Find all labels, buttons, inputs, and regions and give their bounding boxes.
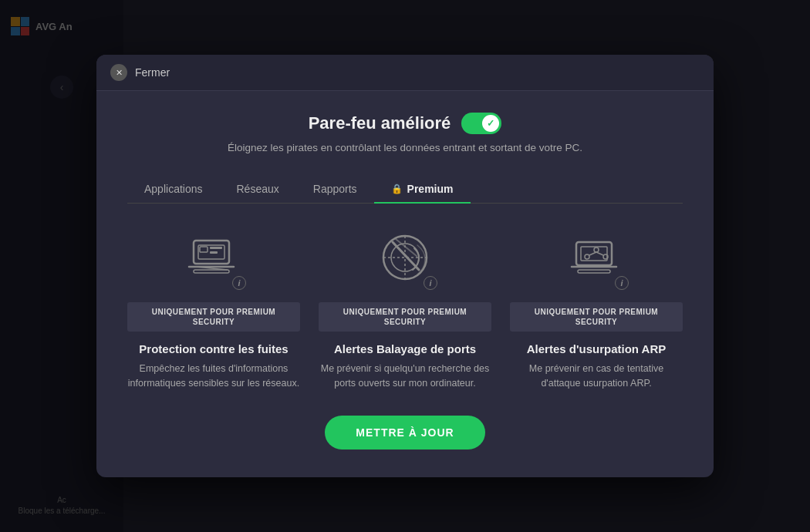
feature-desc-1: Empêchez les fuites d'informations infor… <box>127 362 300 391</box>
modal-body: Pare-feu amélioré ✓ Éloignez les pirates… <box>96 91 714 477</box>
tab-premium[interactable]: 🔒 Premium <box>374 175 471 203</box>
update-button[interactable]: METTRE À JOUR <box>325 416 484 450</box>
feature-icon-wrap-1: i <box>183 227 245 291</box>
tab-reseaux[interactable]: Réseaux <box>220 175 296 203</box>
svg-line-21 <box>589 252 596 255</box>
features-grid: i UNIQUEMENT POUR PREMIUM SECURITY Prote… <box>127 227 683 391</box>
modal-topbar: ✕ Fermer <box>96 55 714 91</box>
feature-desc-2: Me prévenir si quelqu'un recherche des p… <box>319 362 491 391</box>
tab-applications[interactable]: Applications <box>127 175 220 203</box>
modal-overlay: ✕ Fermer Pare-feu amélioré ✓ <box>0 0 810 532</box>
close-button[interactable]: ✕ <box>110 64 127 81</box>
svg-rect-17 <box>578 270 610 273</box>
feature-icon-wrap-3: i <box>565 227 627 291</box>
feature-card-2: i UNIQUEMENT POUR PREMIUM SECURITY Alert… <box>319 227 491 391</box>
svg-rect-5 <box>200 247 208 252</box>
close-label: Fermer <box>135 66 170 79</box>
modal-dialog: ✕ Fermer Pare-feu amélioré ✓ <box>96 55 714 477</box>
feature-card-1: i UNIQUEMENT POUR PREMIUM SECURITY Prote… <box>127 227 300 391</box>
feature-desc-3: Me prévenir en cas de tentative d'attaqu… <box>510 362 683 391</box>
modal-title-row: Pare-feu amélioré ✓ <box>127 113 683 134</box>
modal-header: Pare-feu amélioré ✓ Éloignez les pirates… <box>127 113 683 153</box>
background-app: ✕ Fermer Pare-feu amélioré ✓ <box>123 0 810 532</box>
feature-title-1: Protection contre les fuites <box>139 342 288 355</box>
svg-rect-4 <box>194 270 229 273</box>
feature-icon-wrap-2: i <box>374 227 436 291</box>
update-btn-wrap: METTRE À JOUR <box>127 416 683 450</box>
svg-rect-7 <box>210 251 218 254</box>
feature-title-2: Alertes Balayage de ports <box>334 342 476 355</box>
svg-line-22 <box>596 252 603 255</box>
tab-rapports[interactable]: Rapports <box>296 175 374 203</box>
tabs-bar: Applications Réseaux Rapports 🔒 Premium <box>127 175 683 204</box>
svg-point-19 <box>585 254 589 259</box>
modal-subtitle: Éloignez les pirates en contrôlant les d… <box>127 142 683 153</box>
premium-badge-1: UNIQUEMENT POUR PREMIUM SECURITY <box>127 302 300 332</box>
toggle-switch[interactable]: ✓ <box>461 113 501 134</box>
svg-point-18 <box>594 247 599 252</box>
outer-wrapper: AVG An ‹ Ac Bloque les a télécharge... ✕… <box>0 0 810 532</box>
premium-badge-2: UNIQUEMENT POUR PREMIUM SECURITY <box>319 302 491 332</box>
toggle-check-icon: ✓ <box>487 118 494 129</box>
toggle-knob: ✓ <box>482 115 499 132</box>
svg-rect-6 <box>210 247 222 249</box>
modal-title: Pare-feu amélioré <box>309 113 451 133</box>
premium-badge-3: UNIQUEMENT POUR PREMIUM SECURITY <box>510 302 683 332</box>
lock-icon: 🔒 <box>391 184 403 194</box>
feature-title-3: Alertes d'usurpation ARP <box>527 342 667 355</box>
feature-card-3: i UNIQUEMENT POUR PREMIUM SECURITY Alert… <box>510 227 683 391</box>
